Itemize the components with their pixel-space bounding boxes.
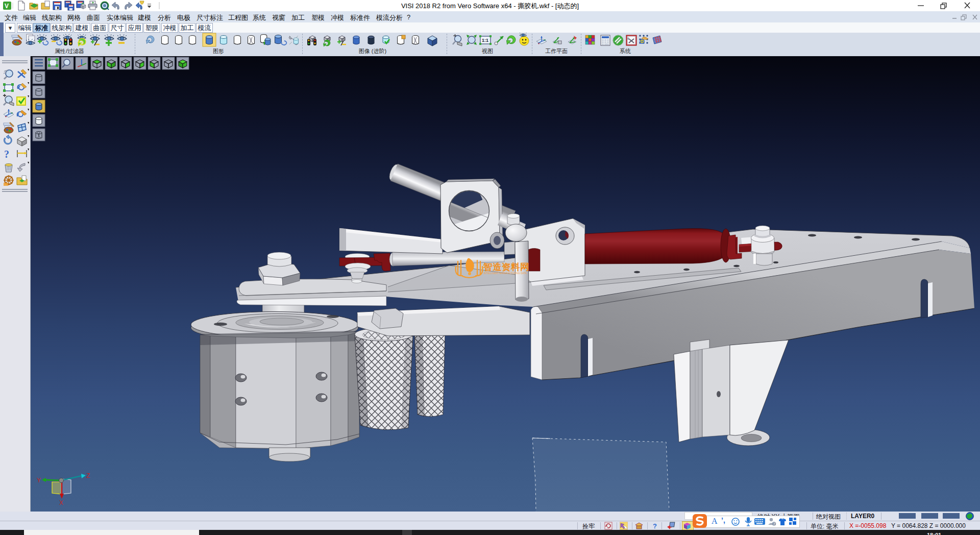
svg-text:智造资料网: 智造资料网 <box>483 262 529 272</box>
svg-text:INTELLIGENT MANUFACTURING DATA: INTELLIGENT MANUFACTURING DATA <box>484 272 527 275</box>
svg-text:Z: Z <box>86 472 90 479</box>
svg-text:X: X <box>59 499 63 506</box>
svg-text:1:1: 1:1 <box>482 38 488 43</box>
svg-text:7: 7 <box>773 522 776 526</box>
svg-text:Y: Y <box>37 477 41 484</box>
svg-text:V: V <box>5 3 9 10</box>
svg-text:?: ? <box>4 149 9 160</box>
